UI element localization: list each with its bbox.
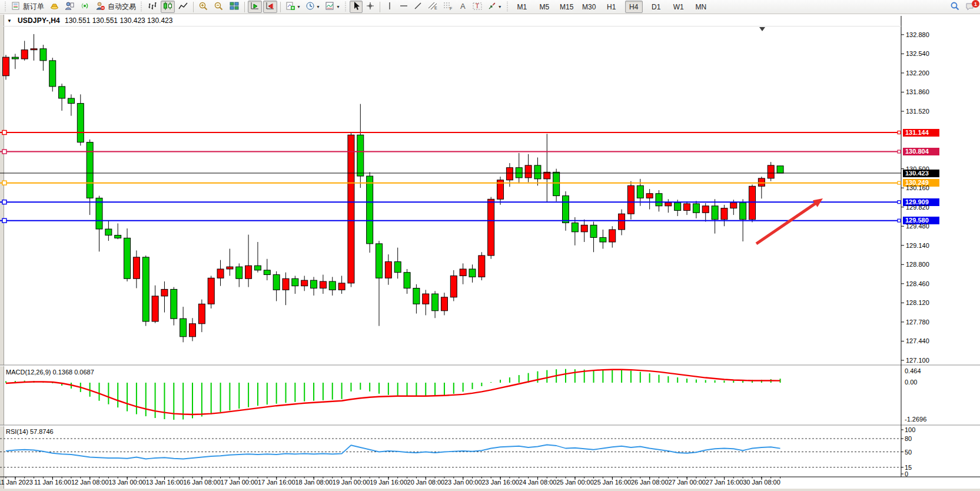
candle-body <box>105 229 112 235</box>
timeframe-button-h4[interactable]: H4 <box>625 1 643 13</box>
toolbar-separator <box>280 2 281 12</box>
arrows-icon <box>487 1 497 12</box>
trendline-button[interactable] <box>411 1 424 13</box>
candlestick-chart-icon <box>162 1 173 12</box>
text-button[interactable]: A <box>456 1 469 13</box>
time-axis-label: 27 Jan 00:00 <box>668 479 706 486</box>
autotrading-button[interactable]: 自动交易 <box>93 1 138 13</box>
svg-text:E: E <box>434 6 437 10</box>
text-label-button[interactable]: T <box>470 1 484 13</box>
accounts-button[interactable] <box>62 1 77 13</box>
candle-body <box>338 283 345 290</box>
toolbar-separator <box>380 2 380 12</box>
rsi-axis-label: 50 <box>905 449 912 456</box>
periods-button[interactable]: ▼ <box>304 1 322 13</box>
price-axis-tick-label: 131.520 <box>906 108 929 115</box>
timeframe-button-d1[interactable]: D1 <box>647 1 665 13</box>
signals-button[interactable] <box>78 1 92 13</box>
time-axis-label: 18 Jan 08:00 <box>295 479 333 486</box>
candle-body <box>563 196 569 223</box>
time-axis-label: 13 Jan 00:00 <box>108 479 146 486</box>
candle-body <box>525 165 531 178</box>
crosshair-button[interactable] <box>364 1 377 13</box>
hline-handle[interactable] <box>2 181 6 185</box>
rsi-axis-label: 0 <box>905 470 908 477</box>
candle-body <box>385 262 391 278</box>
gold-button[interactable] <box>47 1 61 13</box>
notifications-button[interactable]: 1 <box>963 1 977 13</box>
timeframe-button-m30[interactable]: M30 <box>580 1 598 13</box>
timeframe-button-mn[interactable]: MN <box>692 1 710 13</box>
auto-scroll-button[interactable] <box>248 1 262 13</box>
time-axis-label: 13 Jan 16:00 <box>146 479 184 486</box>
candle-body <box>469 269 476 277</box>
templates-button[interactable]: ▼ <box>323 1 342 13</box>
time-axis-label: 19 Jan 16:00 <box>370 479 407 486</box>
crosshair-icon <box>366 1 375 12</box>
chart-canvas[interactable] <box>0 0 980 491</box>
price-axis-tick-label: 129.140 <box>906 242 929 249</box>
vertical-line-button[interactable] <box>383 1 396 13</box>
chart-shift-button[interactable] <box>263 1 277 13</box>
candle-body <box>534 165 541 179</box>
candle-body <box>124 238 131 278</box>
timeframe-button-m15[interactable]: M15 <box>558 1 576 13</box>
toolbar-grip[interactable] <box>140 2 143 12</box>
chevron-down-icon: ▼ <box>336 5 340 9</box>
time-axis-label: 23 Jan 16:00 <box>481 479 519 486</box>
candle-body <box>516 168 522 178</box>
zoom-in-button[interactable] <box>197 1 211 13</box>
hline-handle[interactable] <box>2 200 6 204</box>
candle-body <box>245 266 252 278</box>
gold-icon <box>49 1 59 12</box>
hline-handle[interactable] <box>2 150 6 154</box>
arrows-button[interactable]: ▼ <box>486 1 504 13</box>
autotrading-icon <box>95 1 105 12</box>
channel-button[interactable]: E <box>426 1 440 13</box>
timeframe-button-h1[interactable]: H1 <box>603 1 620 13</box>
candle-body <box>432 294 438 311</box>
candle-body <box>87 142 93 198</box>
candle-body <box>600 237 606 242</box>
hline-axis-notch <box>898 181 901 184</box>
candlestick-chart-button[interactable] <box>161 1 175 13</box>
fibonacci-button[interactable]: F <box>441 1 455 13</box>
timeframe-button-m5[interactable]: M5 <box>536 1 553 13</box>
candle-body <box>656 194 662 206</box>
zoom-out-button[interactable] <box>212 1 226 13</box>
timeframe-button-w1[interactable]: W1 <box>670 1 687 13</box>
candle-body <box>590 225 597 237</box>
new-order-button[interactable]: 新订单 <box>9 1 46 13</box>
candle-body <box>12 57 18 59</box>
tile-windows-button[interactable] <box>227 1 241 13</box>
candle-body <box>740 203 746 220</box>
line-chart-button[interactable] <box>176 1 190 13</box>
trend-arrow-line[interactable] <box>756 202 818 244</box>
price-axis-tick-label: 128.460 <box>906 280 929 287</box>
time-axis-label: 20 Jan 08:00 <box>407 479 445 486</box>
candle-body <box>40 49 46 61</box>
bar-chart-button[interactable] <box>145 1 160 13</box>
price-label-131.144: 131.144 <box>903 129 939 137</box>
toolbar-grip[interactable] <box>4 2 7 12</box>
toolbar-grip[interactable] <box>344 2 347 12</box>
hline-handle[interactable] <box>2 131 6 135</box>
hline-handle[interactable] <box>2 218 6 223</box>
cursor-button[interactable] <box>350 1 363 13</box>
horizontal-line-button[interactable] <box>397 1 410 13</box>
text-label-icon: T <box>472 1 483 12</box>
chart-shift-marker[interactable] <box>759 27 765 31</box>
toolbar-grip[interactable] <box>506 2 509 12</box>
search-button[interactable] <box>948 1 962 13</box>
indicators-icon <box>285 1 295 12</box>
new-order-label: 新订单 <box>23 2 44 12</box>
indicators-button[interactable]: ▼ <box>284 1 303 13</box>
candle-body <box>292 278 298 286</box>
candle-body <box>152 296 158 321</box>
candle-body <box>311 280 317 288</box>
candle-body <box>637 185 643 198</box>
price-axis-tick-label: 132.540 <box>906 50 929 57</box>
timeframe-button-m1[interactable]: M1 <box>513 1 531 13</box>
rsi-axis-label: 15 <box>905 464 912 471</box>
hline-axis-notch <box>898 201 901 204</box>
